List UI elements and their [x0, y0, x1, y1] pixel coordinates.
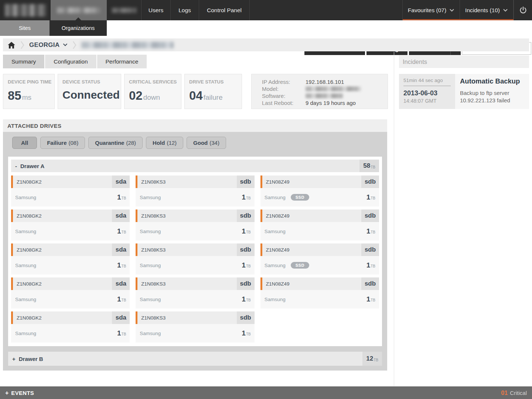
logout-power-button[interactable] [514, 0, 532, 20]
drive-card[interactable]: Z1N08KS3sdb Samsung1TB [136, 243, 254, 274]
chevron-down-icon [63, 43, 68, 47]
status-cards-row: DEVICE PING TIME 85ms DEVICE STATUS Conn… [3, 74, 245, 109]
drive-card[interactable]: Z1N08GK2sda Samsung1TB [11, 175, 130, 207]
drive-card[interactable]: Z1N08Z49sdb SamsungSSD1TB [260, 243, 379, 274]
drive-vendor: Samsung [265, 229, 286, 234]
info-row-model: Model: [262, 85, 388, 92]
breadcrumb-region-dropdown[interactable]: GEORGIA [29, 41, 68, 49]
incident-item[interactable]: 51min 44 sec ago 2013-06-03 14:48:07 GMT… [399, 74, 529, 109]
nav-incidents-dropdown[interactable]: Incidents (10) [460, 0, 514, 20]
drive-size: 1 [117, 261, 121, 269]
breadcrumb-separator-icon [20, 41, 24, 50]
expand-icon: + [5, 390, 8, 396]
drive-vendor: Samsung [15, 297, 36, 302]
drive-vendor: Samsung [265, 263, 286, 268]
drive-card[interactable]: Z1N08GK2sda Samsung1TB [11, 277, 130, 308]
power-icon [519, 6, 528, 15]
tab-summary[interactable]: Summary [3, 55, 44, 68]
drive-serial: Z1N08Z49 [266, 281, 290, 287]
drive-size: 1 [366, 227, 371, 235]
tab-sites[interactable]: Sites [0, 20, 50, 36]
redacted-site-name[interactable] [81, 42, 174, 48]
critical-count: 01 [501, 390, 508, 396]
events-toggle[interactable]: + EVENTS [5, 390, 34, 396]
page-tabs: Summary Configuration Performance [3, 55, 147, 68]
redacted-logo [5, 4, 46, 17]
card-label: DEVICE STATUS [62, 79, 116, 85]
events-label: EVENTS [11, 390, 34, 396]
drive-size: 1 [117, 193, 121, 201]
drive-card[interactable]: Z1N08GK2sda Samsung1TB [11, 243, 130, 274]
drawer-a-name: Drawer A [20, 163, 44, 169]
nav-item-logs[interactable]: Logs [171, 0, 199, 20]
ping-value: 85 [8, 89, 21, 102]
drive-size: 1 [366, 193, 371, 201]
tab-organizations[interactable]: Organizations [50, 20, 107, 36]
drive-vendor: Samsung [140, 297, 161, 302]
drive-slot: sdb [237, 277, 255, 290]
drive-serial: Z1N08GK2 [17, 315, 42, 321]
filter-hold[interactable]: Hold(12) [146, 137, 183, 149]
critical-counter: 01 Critical [501, 390, 527, 396]
drive-size: 1 [366, 261, 371, 269]
model-label: Model: [262, 86, 306, 92]
favourites-label: Favourites (07) [408, 7, 446, 14]
nav-item-control-panel[interactable]: Control Panel [199, 0, 250, 20]
drive-card[interactable]: Z1N08KS3sdb Samsung1TB [136, 175, 254, 207]
drive-card[interactable]: Z1N08KS3sdb Samsung1TB [136, 209, 254, 241]
drawer-a-header[interactable]: - Drawer A 58 TB [11, 160, 379, 172]
redacted-software-value [306, 93, 343, 98]
drive-card[interactable]: Z1N08GK2sda Samsung1TB [11, 311, 130, 342]
attached-drives-section: All Failiure(08) Quarantine(28) Hold(12)… [3, 132, 387, 371]
drive-serial: Z1N08KS3 [141, 213, 166, 219]
filter-good[interactable]: Good(34) [187, 137, 226, 149]
nav-item-users[interactable]: Users [141, 0, 171, 20]
drive-card[interactable]: Z1N08KS3sdb Samsung1TB [136, 311, 254, 342]
content-sidebar-divider [394, 52, 394, 386]
drive-card[interactable]: Z1N08Z49sdb Samsung1TB [260, 209, 379, 241]
card-label: DRIVE STATUS [189, 79, 237, 85]
home-icon[interactable] [7, 41, 16, 49]
drive-size: 1 [242, 329, 246, 337]
filter-all[interactable]: All [12, 137, 37, 149]
critical-services-card: CRITICAL SERVICES 02down [124, 74, 181, 109]
filter-failure[interactable]: Failiure(08) [40, 137, 85, 149]
drawer-a-capacity: 58 TB [359, 160, 379, 172]
drive-slot: sdb [237, 311, 255, 324]
software-label: Software: [262, 93, 306, 99]
drive-card[interactable]: Z1N08KS3sdb Samsung1TB [136, 277, 254, 308]
filter-quarantine[interactable]: Quarantine(28) [88, 137, 143, 149]
tab-configuration[interactable]: Configuration [45, 55, 96, 68]
nav-favourites-dropdown[interactable]: Favourites (07) [403, 0, 460, 20]
drive-vendor: Samsung [265, 195, 286, 200]
breadcrumb: GEORGIA [3, 38, 529, 51]
breadcrumb-separator-icon [72, 41, 76, 50]
critical-label: Critical [510, 390, 527, 396]
drive-slot: sdb [361, 243, 379, 256]
drive-serial: Z1N08GK2 [17, 213, 42, 219]
incident-description: Backup to ftp server 10.92.221.123 faile… [460, 89, 525, 105]
drive-vendor: Samsung [140, 229, 161, 234]
drive-card[interactable]: Z1N08Z49sdb Samsung1TB [260, 277, 379, 308]
drive-card[interactable]: Z1N08Z49sdb SamsungSSD1TB [260, 175, 379, 207]
incidents-panel-title: Incidents [399, 55, 529, 68]
events-bar: + EVENTS 01 Critical [0, 386, 532, 399]
breadcrumb-region-label: GEORGIA [29, 41, 59, 49]
drawer-b-name: Drawer B [19, 356, 43, 362]
drive-card[interactable]: Z1N08GK2sda Samsung1TB [11, 209, 130, 241]
device-ping-time-card: DEVICE PING TIME 85ms [3, 74, 55, 109]
ip-value: 192.168.16.101 [306, 79, 344, 85]
drive-slot: sdb [237, 243, 255, 256]
attached-drives-header: ATTACHED DRIVES [3, 119, 387, 132]
drive-status-card: DRIVE STATUS 04failure [184, 74, 242, 109]
drawer-b-header[interactable]: + Drawer B 12 TB [8, 352, 382, 366]
reboot-label: Last Reboot: [262, 100, 306, 106]
drive-size: 1 [242, 193, 246, 201]
drive-slot: sda [112, 175, 130, 188]
drive-serial: Z1N08KS3 [141, 281, 166, 287]
incident-time-block: 51min 44 sec ago 2013-06-03 14:48:07 GMT [399, 74, 455, 109]
drive-slot: sda [112, 243, 130, 256]
nav-item-redacted[interactable] [107, 0, 141, 20]
tab-performance[interactable]: Performance [97, 55, 147, 68]
drive-serial: Z1N08Z49 [266, 213, 290, 219]
